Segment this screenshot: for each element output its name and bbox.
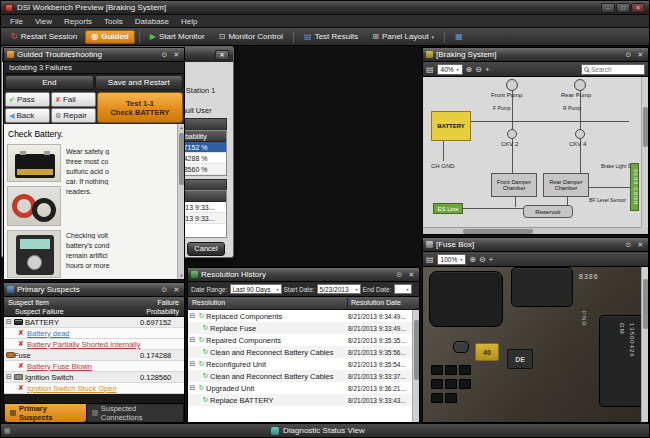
menu-item-tools[interactable]: Tools [98,15,129,28]
pin-icon[interactable]: ⊙ [624,51,633,59]
es-line-node[interactable]: ES Line [433,203,463,214]
scroll-up-icon[interactable]: ▲ [178,124,184,131]
start-date-picker[interactable]: 5/23/2013 ▾ [317,284,361,294]
rear-damper-node[interactable]: Rear Damper Chamber [543,173,589,197]
table-row[interactable]: ⊟ ↻ Repaired Components 8/21/2013 9:35:3… [188,334,412,346]
menu-item-reports[interactable]: Reports [58,15,98,28]
table-row[interactable]: ⊟ ↻ Upgraded Unit 8/21/2013 9:36:21... [188,382,412,394]
close-button[interactable]: ✕ [631,3,645,13]
zoom-in-icon[interactable]: ⊕ [469,255,476,264]
pin-icon[interactable]: ⊙ [160,286,169,294]
date-range-dropdown[interactable]: Last 90 Days ▾ [230,284,282,294]
schematic-canvas[interactable]: Front Pump Rear Pump F Pump R Pump BATTE… [423,77,648,234]
column-header-suspect-item[interactable]: Suspect Item [8,298,132,307]
table-row[interactable]: ⊟ ↻ Replaced Components 8/21/2013 9:34:4… [188,310,412,322]
suspect-failure-link[interactable]: Battery Partially Shorted Internally [27,340,184,349]
tab-suspected-connections[interactable]: Suspected Connections [87,404,183,422]
table-row[interactable]: ↻ Clean and Reconnect Battery Cables 8/2… [188,346,412,358]
test-results-button[interactable]: ▤ Test Results [298,30,364,44]
close-icon[interactable]: ✕ [407,271,416,279]
sens-conn-node[interactable]: SENS CONN [630,163,639,211]
table-row[interactable]: ✘ Battery Partially Shorted Internally [4,339,184,350]
menu-item-help[interactable]: Help [175,15,203,28]
guided-button[interactable]: ◎ Guided [85,30,135,44]
suspect-failure-link[interactable]: Ignition Switch Stuck Open [27,384,184,393]
scroll-down-icon[interactable]: ▼ [178,272,184,279]
start-monitor-button[interactable]: ▶ Start Monitor [144,30,211,44]
fusebox-photo[interactable]: 8386 GM 13500426 PNR 40 DE [423,267,648,422]
scrollbar-thumb[interactable] [643,279,648,329]
menu-item-file[interactable]: File [4,15,29,28]
table-row[interactable]: ↻ Replace BATTERY 8/21/2013 9:33:43... [188,394,412,406]
suspect-failure-link[interactable]: Battery dead [27,329,184,338]
table-row[interactable]: ⊟ Fuse 0.174288 [4,350,184,361]
scrollbar[interactable] [412,310,419,422]
fit-page-icon[interactable]: ▤ [426,65,434,74]
cancel-button[interactable]: Cancel [187,242,225,256]
close-icon[interactable]: ✕ [636,51,645,59]
column-header-resolution-date[interactable]: Resolution Date [347,297,419,309]
table-row[interactable]: ⊟ Ignition Switch 0.128560 [4,372,184,383]
zoom-dropdown[interactable]: 40% ▾ [437,64,463,75]
zoom-out-icon[interactable]: ⊖ [475,65,482,74]
expander-icon[interactable]: ⊟ [188,384,197,392]
menu-item-database[interactable]: Database [129,15,175,28]
column-header-resolution[interactable]: Resolution [188,297,347,309]
ckv2-node[interactable] [507,129,517,139]
scrollbar-thumb[interactable] [643,107,648,147]
repair-button[interactable]: ⚙ Repair [51,108,96,123]
fit-page-icon[interactable]: ▤ [426,255,434,264]
table-row[interactable]: ✘ Battery Fuse Blown [4,361,184,372]
panel-layout-button[interactable]: ⊞ Panel Layout ▾ [366,30,440,44]
tab-primary-suspects[interactable]: Primary Suspects [5,404,86,422]
minimize-button[interactable]: – [601,3,615,13]
expander-icon[interactable]: ⊟ [188,360,197,368]
end-date-picker[interactable]: ▾ [394,284,412,294]
end-button[interactable]: End [5,75,94,90]
expander-icon[interactable]: ⊟ [188,312,197,320]
pin-icon[interactable]: ⊙ [395,271,404,279]
zoom-in-icon[interactable]: ⊕ [466,65,473,74]
scrollbar-thumb[interactable] [463,229,533,234]
menu-item-view[interactable]: View [29,15,58,28]
column-header-failure[interactable]: Failure [132,298,179,307]
table-row[interactable]: ✘ Ignition Switch Stuck Open [4,383,184,394]
table-row[interactable]: ⊟ ↻ Reconfigured Unit 8/21/2013 9:35:54.… [188,358,412,370]
scrollbar-thumb[interactable] [414,320,419,380]
maximize-button[interactable]: □ [616,3,630,13]
current-test-button[interactable]: Test 1-1 Check BATTERY [97,92,183,123]
instruction-content[interactable]: Check Battery. Wear safety g three most … [4,124,184,279]
save-and-restart-button[interactable]: Save and Restart [95,75,184,90]
table-row[interactable]: ↻ Replace Fuse 8/21/2013 9:33:49... [188,322,412,334]
scrollbar[interactable] [641,267,648,422]
close-icon[interactable]: ✕ [636,241,645,249]
fail-button[interactable]: ✘ Fail [51,92,96,107]
monitor-control-button[interactable]: ⊡ Monitor Control [213,30,289,44]
zoom-out-icon[interactable]: ⊖ [479,255,486,264]
column-header-suspect-failure[interactable]: Suspect Failure [8,307,132,316]
close-icon[interactable]: ✕ [172,286,181,294]
schematic-search-box[interactable] [581,64,645,75]
battery-node[interactable]: BATTERY [431,111,471,141]
dialog-close-button[interactable]: ✕ [215,50,229,60]
horizontal-scrollbar[interactable] [423,227,641,234]
scrollbar-thumb[interactable] [179,133,184,185]
suspect-failure-link[interactable]: Battery Fuse Blown [27,362,184,371]
restart-session-button[interactable]: ↻ Restart Session [5,30,83,44]
pan-icon[interactable]: + [485,65,490,74]
front-pump-node[interactable] [506,79,518,91]
reservoir-node[interactable]: Reservoir [523,205,573,218]
table-row[interactable]: ↻ Clean and Reconnect Battery Cables 8/2… [188,370,412,382]
zoom-dropdown[interactable]: 100% ▾ [437,254,467,265]
pan-icon[interactable]: + [489,255,494,264]
scrollbar[interactable]: ▲ ▼ [177,124,184,279]
table-row[interactable]: ✘ Battery dead [4,328,184,339]
layout-grid-button[interactable]: ▦ [449,30,469,44]
back-button[interactable]: ◀ Back [5,108,50,123]
pass-button[interactable]: ✔ Pass [5,92,50,107]
column-header-probability[interactable]: Probability [132,307,179,316]
pin-icon[interactable]: ⊙ [624,241,633,249]
expander-icon[interactable]: ⊟ [188,336,197,344]
table-row[interactable]: ⊟ BATTERY 0.697152 [4,317,184,328]
pin-icon[interactable]: ⊙ [160,51,169,59]
